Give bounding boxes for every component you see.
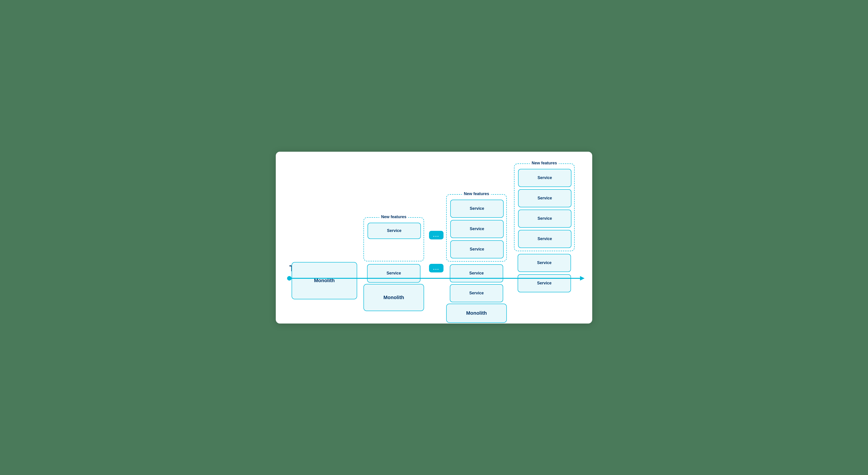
monolith-box-2: Monolith	[364, 284, 424, 311]
service-5b: Service	[518, 189, 571, 207]
feature-group-5: New features Service Service Service Ser…	[514, 164, 575, 251]
feature-group-2: New features Service	[364, 217, 424, 261]
main-canvas: Time Monolith New features Service Servi…	[276, 152, 592, 324]
monolith-3-label: Monolith	[466, 310, 487, 316]
service-5d: Service	[518, 230, 571, 248]
service-2a: Service	[368, 223, 421, 239]
dots-top: ...	[429, 231, 443, 239]
service-5a: Service	[518, 169, 571, 187]
service-5f: Service	[518, 274, 571, 292]
feature-group-4: New features Service Service Service	[446, 194, 507, 262]
service-4b: Service	[450, 220, 504, 238]
monolith-box-1: Monolith	[291, 262, 357, 299]
monolith-2-label: Monolith	[383, 295, 404, 300]
timeline-line	[289, 278, 581, 279]
monolith-box-3: Monolith	[446, 304, 507, 323]
service-5e: Service	[518, 254, 571, 272]
service-4e: Service	[450, 284, 503, 302]
service-4a: Service	[450, 200, 504, 218]
feature-group-4-label: New features	[462, 191, 491, 196]
feature-group-2-label: New features	[379, 214, 408, 219]
dots-bot: ...	[429, 264, 443, 272]
feature-group-5-label: New features	[530, 161, 559, 166]
service-2b: Service	[367, 264, 421, 283]
service-4c: Service	[450, 240, 504, 259]
service-4d: Service	[450, 264, 503, 283]
service-5c: Service	[518, 210, 571, 228]
timeline-dot	[287, 276, 291, 280]
